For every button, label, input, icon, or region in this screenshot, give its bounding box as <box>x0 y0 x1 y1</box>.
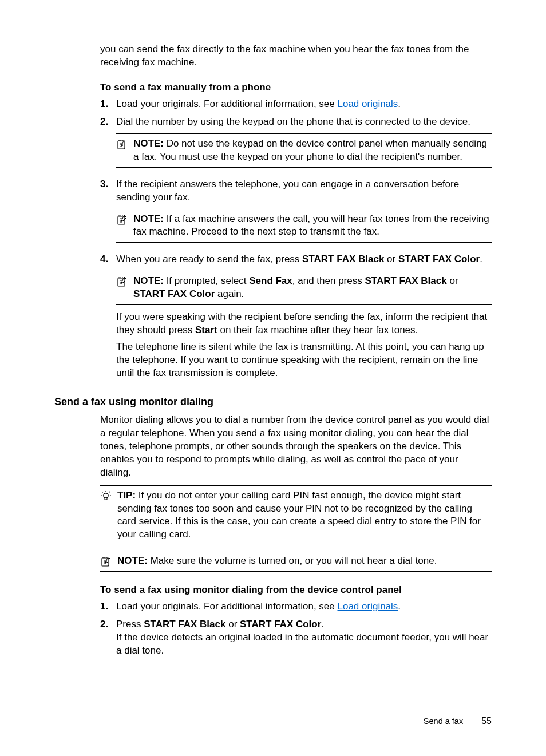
notepad-icon <box>116 214 128 225</box>
bold: Start <box>195 324 217 335</box>
step-text: Press START FAX Black or START FAX Color… <box>116 618 492 631</box>
step-text: Dial the number by using the keypad on t… <box>116 116 492 129</box>
bold: START FAX Black <box>365 275 446 286</box>
tip-icon <box>100 489 117 502</box>
step-after: If the device detects an original loaded… <box>116 631 492 658</box>
step-text: When you are ready to send the fax, pres… <box>116 253 492 266</box>
bold: START FAX Black <box>144 619 225 630</box>
svg-line-26 <box>102 492 103 493</box>
tip-body: TIP: If you do not enter your calling ca… <box>117 489 492 542</box>
note-label: NOTE: <box>133 213 164 224</box>
step-2: 2. Dial the number by using the keypad o… <box>100 116 492 173</box>
svg-line-27 <box>109 492 110 493</box>
note-body: NOTE: If prompted, select Send Fax, and … <box>133 275 492 301</box>
bold: START FAX Color <box>133 288 215 299</box>
bold: START FAX Color <box>398 254 480 264</box>
note-callout: NOTE: Make sure the volume is turned on,… <box>100 551 492 572</box>
step-number: 2. <box>100 116 116 129</box>
note-callout: NOTE: If a fax machine answers the call,… <box>116 209 492 243</box>
t: or <box>384 254 398 264</box>
footer: Send a fax 55 <box>424 716 492 726</box>
page: you can send the fax directly to the fax… <box>0 0 546 756</box>
procedure-1: 1. Load your originals. For additional i… <box>100 98 492 380</box>
step-text: Load your originals. For additional info… <box>116 98 338 109</box>
bold: START FAX Color <box>240 619 321 630</box>
note-callout: NOTE: Do not use the keypad on the devic… <box>116 133 492 168</box>
step-1: 1. Load your originals. For additional i… <box>100 600 492 613</box>
step-body: Dial the number by using the keypad on t… <box>116 116 492 173</box>
step-text-end: . <box>398 601 401 612</box>
t: again. <box>215 288 244 299</box>
note-icon <box>100 555 117 567</box>
step-body: Press START FAX Black or START FAX Color… <box>116 618 492 658</box>
note-icon <box>116 213 133 225</box>
tip-label: TIP: <box>117 490 136 501</box>
step-3: 3. If the recipient answers the telephon… <box>100 178 492 249</box>
load-originals-link[interactable]: Load originals <box>338 601 398 612</box>
notepad-icon <box>116 276 128 287</box>
t: or <box>447 275 458 286</box>
step-text-end: . <box>398 98 401 109</box>
bold: START FAX Black <box>302 254 384 264</box>
lightbulb-icon <box>100 490 112 502</box>
intro-paragraph: you can send the fax directly to the fax… <box>100 43 492 69</box>
tip-text: If you do not enter your calling card PI… <box>117 490 481 540</box>
t: or <box>225 619 240 630</box>
step-text: If the recipient answers the telephone, … <box>116 178 492 204</box>
notepad-icon <box>116 138 128 150</box>
step-body: If the recipient answers the telephone, … <box>116 178 492 249</box>
svg-rect-22 <box>105 498 107 500</box>
note-icon <box>116 275 133 287</box>
section-2-intro: Monitor dialing allows you to dial a num… <box>100 414 492 480</box>
step-number: 1. <box>100 98 116 111</box>
note-text: If a fax machine answers the call, you w… <box>133 213 489 238</box>
step-number: 1. <box>100 600 116 613</box>
svg-point-21 <box>104 493 108 497</box>
tip-callout: TIP: If you do not enter your calling ca… <box>100 485 492 546</box>
t: . <box>321 619 324 630</box>
t: If prompted, select <box>167 275 250 286</box>
procedure-2: 1. Load your originals. For additional i… <box>100 600 492 658</box>
footer-section: Send a fax <box>424 717 463 726</box>
notepad-icon <box>100 556 112 567</box>
step-2: 2. Press START FAX Black or START FAX Co… <box>100 618 492 658</box>
after-text: If you were speaking with the recipient … <box>116 311 492 337</box>
section-2-subheading: To send a fax using monitor dialing from… <box>100 584 492 596</box>
after-text-2: The telephone line is silent while the f… <box>116 341 492 380</box>
t: on their fax machine after they hear fax… <box>217 324 418 335</box>
section-1-heading: To send a fax manually from a phone <box>100 82 492 93</box>
note-label: NOTE: <box>117 555 148 566</box>
load-originals-link[interactable]: Load originals <box>338 98 398 109</box>
note-icon <box>116 137 133 150</box>
t: Press <box>116 619 144 630</box>
step-body: When you are ready to send the fax, pres… <box>116 253 492 380</box>
t: . <box>480 254 482 264</box>
step-body: Load your originals. For additional info… <box>116 98 492 111</box>
step-text: Load your originals. For additional info… <box>116 601 338 612</box>
section-2-heading: Send a fax using monitor dialing <box>54 396 492 408</box>
t: When you are ready to send the fax, pres… <box>116 254 302 264</box>
page-number: 55 <box>481 716 492 726</box>
step-number: 3. <box>100 178 116 191</box>
note-body: NOTE: If a fax machine answers the call,… <box>133 213 492 239</box>
note-text: Make sure the volume is turned on, or yo… <box>151 555 437 566</box>
note-text: Do not use the keypad on the device cont… <box>133 138 487 162</box>
note-label: NOTE: <box>133 138 164 149</box>
bold: Send Fax <box>249 275 292 286</box>
step-1: 1. Load your originals. For additional i… <box>100 98 492 111</box>
step-number: 4. <box>100 253 116 266</box>
note-label: NOTE: <box>133 275 164 286</box>
step-4: 4. When you are ready to send the fax, p… <box>100 253 492 380</box>
note-callout: NOTE: If prompted, select Send Fax, and … <box>116 271 492 305</box>
t: , and then press <box>292 275 365 286</box>
step-body: Load your originals. For additional info… <box>116 600 492 613</box>
step-number: 2. <box>100 618 116 631</box>
note-body: NOTE: Do not use the keypad on the devic… <box>133 137 492 164</box>
note-body: NOTE: Make sure the volume is turned on,… <box>117 555 492 568</box>
